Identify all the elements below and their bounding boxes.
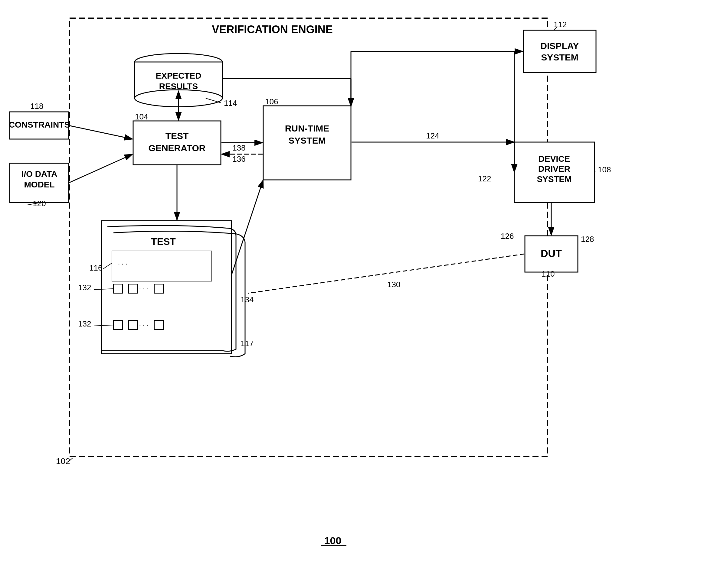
ref-108: 108 xyxy=(598,165,611,174)
ref-126: 126 xyxy=(501,232,514,240)
test-generator-label2: GENERATOR xyxy=(148,143,206,153)
runtime-label2: SYSTEM xyxy=(288,135,325,145)
ref-122: 122 xyxy=(478,174,491,183)
ref-132b: 132 xyxy=(78,319,91,328)
test-bottom-dots: · · · xyxy=(139,321,148,329)
svg-rect-18 xyxy=(114,284,123,293)
ref-110: 110 xyxy=(542,269,554,278)
ref-104: 104 xyxy=(135,112,148,121)
test-dots-top: · · · xyxy=(118,260,127,268)
ref-117: 117 xyxy=(241,339,254,348)
test-generator-label1: TEST xyxy=(165,131,189,141)
display-label2: SYSTEM xyxy=(541,52,578,62)
runtime-label1: RUN-TIME xyxy=(285,123,329,133)
io-data-label1: I/O DATA xyxy=(21,169,58,178)
ref-134: 134 xyxy=(241,295,254,304)
expected-results-label2: RESULTS xyxy=(159,82,198,91)
ref-114: 114 xyxy=(224,99,237,108)
display-label1: DISPLAY xyxy=(540,41,579,51)
ref-112: 112 xyxy=(554,20,567,29)
svg-rect-22 xyxy=(128,320,138,330)
device-driver-label2: DRIVER xyxy=(538,164,570,173)
device-driver-label3: SYSTEM xyxy=(537,174,571,184)
ref-138: 138 xyxy=(233,143,245,152)
ref-132a: 132 xyxy=(78,283,91,292)
ref-136: 136 xyxy=(233,154,245,164)
ref-102: 102 xyxy=(56,457,70,466)
ref-106: 106 xyxy=(265,97,278,106)
verification-engine-label: VERIFICATION ENGINE xyxy=(212,23,332,36)
svg-rect-11 xyxy=(523,30,596,72)
ref-118: 118 xyxy=(30,102,43,111)
io-data-label2: MODEL xyxy=(24,180,55,189)
svg-rect-20 xyxy=(154,284,163,293)
svg-rect-21 xyxy=(114,320,123,330)
ref-128: 128 xyxy=(581,235,594,244)
dut-label: DUT xyxy=(541,248,562,259)
constraints-label: CONSTRAINTS xyxy=(9,120,70,129)
device-driver-label1: DEVICE xyxy=(539,154,570,164)
svg-rect-23 xyxy=(154,320,163,330)
expected-results-label1: EXPECTED xyxy=(156,71,201,80)
svg-rect-19 xyxy=(128,284,138,293)
ref-116: 116 xyxy=(89,263,102,272)
ref-124-label: 124 xyxy=(426,131,439,140)
main-ref-100: 100 xyxy=(324,535,342,546)
test-middle-dots: · · · xyxy=(139,285,148,292)
diagram-container: VERIFICATION ENGINE EXPECTED RESULTS 114… xyxy=(0,0,727,588)
test-label: TEST xyxy=(151,236,176,247)
ref-130: 130 xyxy=(387,280,400,289)
